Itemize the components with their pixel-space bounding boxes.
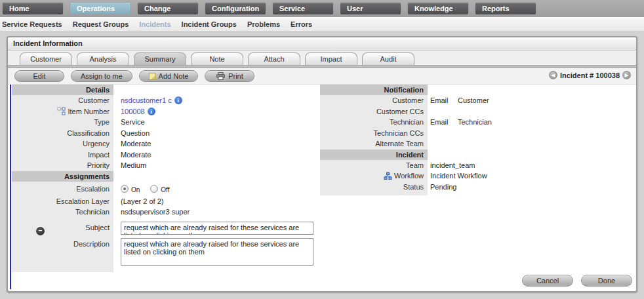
description-label: Description <box>12 238 113 248</box>
footer-actions: Cancel Done <box>522 275 632 287</box>
subject-input[interactable]: request which are already raised for the… <box>121 222 313 235</box>
tab-analysis[interactable]: Analysis <box>77 52 129 65</box>
workflow-icon[interactable] <box>384 172 392 180</box>
priority-value: Medium <box>113 161 146 169</box>
print-button[interactable]: Print <box>205 70 254 82</box>
subnav-request-groups[interactable]: Request Groups <box>73 20 129 28</box>
tab-note[interactable]: Note <box>191 52 243 65</box>
print-label: Print <box>228 71 243 81</box>
technician-ccs-row: Technician CCs <box>320 128 636 139</box>
sub-navigation: Service Requests Request Groups Incident… <box>0 17 644 31</box>
item-number-link[interactable]: 100008 <box>121 108 145 115</box>
escalation-on-label: On <box>131 186 140 193</box>
team-row: Team incident_team <box>320 160 636 171</box>
customer-row: Customer nsdcustomer1 c i <box>12 95 313 106</box>
alternate-team-row: Alternate Team <box>320 138 636 150</box>
escalation-off-radio[interactable] <box>150 185 158 193</box>
customer-ccs-label: Customer CCs <box>320 108 428 115</box>
impact-row: Impact Moderate <box>12 150 313 161</box>
escalation-on-radio[interactable] <box>121 185 129 193</box>
item-number-label: Item Number <box>68 108 110 115</box>
customer-info-icon[interactable]: i <box>174 96 182 104</box>
impact-label: Impact <box>12 151 113 159</box>
details-section-header: Details <box>12 85 113 95</box>
workflow-value: Incident Workflow <box>428 172 487 180</box>
escalation-row: Escalation On Off <box>12 182 313 196</box>
tab-customer[interactable]: Customer <box>20 52 72 65</box>
notification-customer-row: Customer Email Customer <box>320 95 636 106</box>
nav-knowledge[interactable]: Knowledge <box>407 2 469 15</box>
urgency-label: Urgency <box>12 140 113 148</box>
subject-row: Subject request which are already raised… <box>12 222 313 238</box>
subnav-errors[interactable]: Errors <box>291 20 312 28</box>
notification-technician-label: Technician <box>320 118 428 126</box>
nav-service[interactable]: Service <box>272 2 334 15</box>
technician-value: nsdsupervisor3 super <box>113 208 190 216</box>
next-incident-icon[interactable]: ▶ <box>622 71 631 79</box>
tab-audit[interactable]: Audit <box>362 52 414 65</box>
description-input[interactable]: request which are already raised for the… <box>121 238 313 266</box>
tab-impact[interactable]: Impact <box>305 52 357 65</box>
notification-column: Notification Customer Email Customer Cus… <box>320 85 636 192</box>
type-row: Type Service <box>12 117 313 128</box>
nav-home[interactable]: Home <box>2 2 64 15</box>
description-row: Description request which are already ra… <box>12 238 313 269</box>
priority-row: Priority Medium <box>12 160 313 171</box>
tab-attach[interactable]: Attach <box>248 52 300 65</box>
tab-summary[interactable]: Summary <box>134 52 186 65</box>
technician-ccs-label: Technician CCs <box>320 129 428 137</box>
screen: Home Operations Change Configuration Ser… <box>0 0 644 299</box>
team-label: Team <box>320 161 428 169</box>
printer-icon <box>216 72 225 80</box>
previous-incident-icon[interactable]: ◀ <box>549 71 557 79</box>
technician-row: Technician nsdsupervisor3 super <box>12 207 313 218</box>
customer-label: Customer <box>12 96 113 104</box>
subnav-incident-groups[interactable]: Incident Groups <box>182 20 237 28</box>
incident-section-header: Incident <box>320 150 428 160</box>
assign-to-me-button[interactable]: Assign to me <box>71 70 132 82</box>
status-label: Status <box>320 183 428 191</box>
edit-button[interactable]: Edit <box>14 70 64 82</box>
nav-operations[interactable]: Operations <box>70 2 131 15</box>
customer-link[interactable]: nsdcustomer1 c <box>121 96 172 104</box>
subject-label: Subject <box>12 222 113 231</box>
nav-change[interactable]: Change <box>137 2 199 15</box>
subnav-problems[interactable]: Problems <box>247 20 280 28</box>
priority-label: Priority <box>12 161 113 169</box>
classification-value: Question <box>113 129 150 137</box>
urgency-value: Moderate <box>113 140 151 148</box>
top-navigation: Home Operations Change Configuration Ser… <box>0 0 644 17</box>
escalation-label: Escalation <box>12 185 113 193</box>
nav-user[interactable]: User <box>340 2 401 15</box>
add-note-button[interactable]: Add Note <box>139 70 199 82</box>
panel-title: Incident Information <box>8 37 636 50</box>
notification-section-header: Notification <box>320 85 428 95</box>
customer-method-value: Email <box>430 96 455 104</box>
assignments-section-header: Assignments <box>12 171 113 182</box>
incident-number-label: Incident # 100038 <box>560 71 620 79</box>
subnav-incidents[interactable]: Incidents <box>139 20 171 28</box>
technician-recipient-value: Technician <box>458 118 492 126</box>
type-value: Service <box>113 118 145 126</box>
incident-information-panel: Incident Information Customer Analysis S… <box>7 36 637 292</box>
technician-label: Technician <box>12 208 113 216</box>
status-row: Status Pending <box>320 182 636 193</box>
item-relationship-icon <box>57 107 66 115</box>
impact-value: Moderate <box>113 151 151 159</box>
escalation-layer-value: (Layer 2 of 2) <box>113 197 163 205</box>
subnav-service-requests[interactable]: Service Requests <box>2 20 62 28</box>
summary-content: – – Details Customer nsdcustomer1 c i It… <box>8 85 636 290</box>
toolbar: Edit Assign to me Add Note Print ◀ Incid… <box>8 68 636 85</box>
technician-method-value: Email <box>430 118 455 126</box>
nav-configuration[interactable]: Configuration <box>205 2 266 15</box>
item-info-icon[interactable]: i <box>148 108 155 115</box>
workflow-row: Workflow Incident Workflow <box>320 170 636 182</box>
alternate-team-label: Alternate Team <box>320 140 428 148</box>
customer-ccs-row: Customer CCs <box>320 106 636 117</box>
cancel-button[interactable]: Cancel <box>522 275 573 287</box>
nav-reports[interactable]: Reports <box>475 2 536 15</box>
done-button[interactable]: Done <box>581 275 632 287</box>
classification-row: Classification Question <box>12 128 313 139</box>
team-value: incident_team <box>428 161 475 169</box>
notification-customer-label: Customer <box>320 96 428 104</box>
